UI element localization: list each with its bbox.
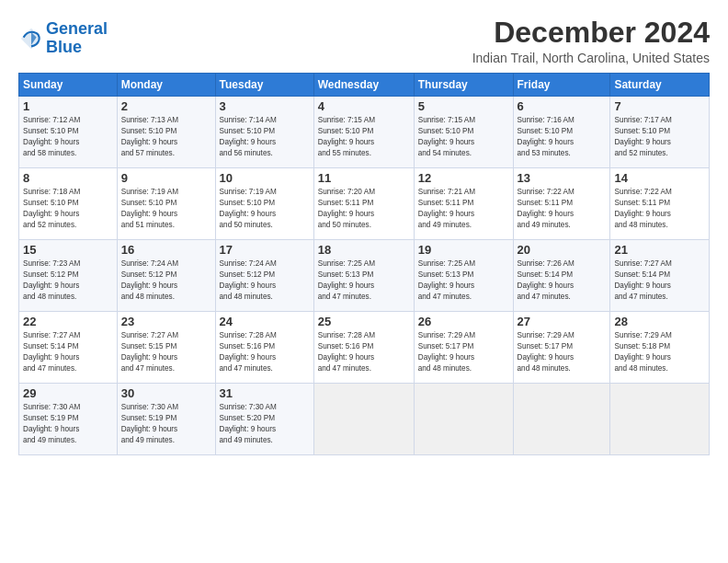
day-info: Sunrise: 7:29 AMSunset: 5:17 PMDaylight:… [518,330,607,374]
day-info: Sunrise: 7:15 AMSunset: 5:10 PMDaylight:… [318,115,410,159]
day-info: Sunrise: 7:19 AMSunset: 5:10 PMDaylight:… [220,187,310,231]
day-info: Sunrise: 7:30 AMSunset: 5:19 PMDaylight:… [121,402,211,446]
col-tuesday: Tuesday [215,74,313,97]
day-info: Sunrise: 7:30 AMSunset: 5:20 PMDaylight:… [220,402,310,446]
day-number: 18 [318,243,410,257]
day-cell [313,384,414,455]
day-info: Sunrise: 7:30 AMSunset: 5:19 PMDaylight:… [23,402,113,446]
day-cell: 12 Sunrise: 7:21 AMSunset: 5:11 PMDaylig… [414,168,513,240]
day-info: Sunrise: 7:18 AMSunset: 5:10 PMDaylight:… [23,187,113,231]
day-info: Sunrise: 7:22 AMSunset: 5:11 PMDaylight:… [614,187,705,231]
day-cell: 14 Sunrise: 7:22 AMSunset: 5:11 PMDaylig… [610,168,710,240]
day-info: Sunrise: 7:28 AMSunset: 5:16 PMDaylight:… [220,330,310,374]
day-info: Sunrise: 7:12 AMSunset: 5:10 PMDaylight:… [23,115,113,159]
logo-line2: Blue [46,39,108,57]
day-number: 11 [318,171,410,185]
week-row-2: 8 Sunrise: 7:18 AMSunset: 5:10 PMDayligh… [19,168,710,240]
header: General Blue December 2024 Indian Trail,… [18,17,710,65]
day-info: Sunrise: 7:26 AMSunset: 5:14 PMDaylight:… [518,259,607,303]
day-cell: 23 Sunrise: 7:27 AMSunset: 5:15 PMDaylig… [117,312,215,384]
col-sunday: Sunday [19,74,118,97]
day-cell: 29 Sunrise: 7:30 AMSunset: 5:19 PMDaylig… [19,384,118,455]
day-number: 25 [318,315,410,328]
col-friday: Friday [513,74,610,97]
day-cell: 2 Sunrise: 7:13 AMSunset: 5:10 PMDayligh… [117,97,215,168]
day-info: Sunrise: 7:13 AMSunset: 5:10 PMDaylight:… [121,115,211,159]
day-number: 31 [220,386,310,400]
day-number: 28 [614,315,705,328]
day-info: Sunrise: 7:20 AMSunset: 5:11 PMDaylight:… [318,187,410,231]
week-row-4: 22 Sunrise: 7:27 AMSunset: 5:14 PMDaylig… [19,312,710,384]
day-cell: 30 Sunrise: 7:30 AMSunset: 5:19 PMDaylig… [117,384,215,455]
day-number: 29 [23,386,113,400]
day-cell [414,384,513,455]
day-number: 14 [614,171,705,185]
day-info: Sunrise: 7:25 AMSunset: 5:13 PMDaylight:… [318,259,410,303]
day-number: 19 [418,243,509,257]
col-thursday: Thursday [414,74,513,97]
day-info: Sunrise: 7:17 AMSunset: 5:10 PMDaylight:… [614,115,705,159]
day-cell: 31 Sunrise: 7:30 AMSunset: 5:20 PMDaylig… [215,384,313,455]
day-number: 16 [121,243,211,257]
day-number: 6 [518,99,607,113]
day-cell: 20 Sunrise: 7:26 AMSunset: 5:14 PMDaylig… [513,240,610,312]
calendar-table: Sunday Monday Tuesday Wednesday Thursday… [18,73,710,455]
day-cell: 15 Sunrise: 7:23 AMSunset: 5:12 PMDaylig… [19,240,118,312]
day-info: Sunrise: 7:16 AMSunset: 5:10 PMDaylight:… [518,115,607,159]
week-row-5: 29 Sunrise: 7:30 AMSunset: 5:19 PMDaylig… [19,384,710,455]
day-info: Sunrise: 7:21 AMSunset: 5:11 PMDaylight:… [418,187,509,231]
day-cell: 11 Sunrise: 7:20 AMSunset: 5:11 PMDaylig… [313,168,414,240]
day-info: Sunrise: 7:19 AMSunset: 5:10 PMDaylight:… [121,187,211,231]
day-number: 23 [121,315,211,328]
month-title: December 2024 [472,17,710,49]
day-info: Sunrise: 7:14 AMSunset: 5:10 PMDaylight:… [220,115,310,159]
day-cell: 13 Sunrise: 7:22 AMSunset: 5:11 PMDaylig… [513,168,610,240]
day-cell: 25 Sunrise: 7:28 AMSunset: 5:16 PMDaylig… [313,312,414,384]
title-block: December 2024 Indian Trail, North Caroli… [472,17,710,65]
day-number: 8 [23,171,113,185]
day-number: 13 [518,171,607,185]
day-number: 30 [121,386,211,400]
day-cell: 7 Sunrise: 7:17 AMSunset: 5:10 PMDayligh… [610,97,710,168]
header-row: Sunday Monday Tuesday Wednesday Thursday… [19,74,710,97]
day-number: 15 [23,243,113,257]
day-cell: 26 Sunrise: 7:29 AMSunset: 5:17 PMDaylig… [414,312,513,384]
day-cell: 28 Sunrise: 7:29 AMSunset: 5:18 PMDaylig… [610,312,710,384]
day-cell: 8 Sunrise: 7:18 AMSunset: 5:10 PMDayligh… [19,168,118,240]
day-info: Sunrise: 7:23 AMSunset: 5:12 PMDaylight:… [23,259,113,303]
day-info: Sunrise: 7:29 AMSunset: 5:18 PMDaylight:… [614,330,705,374]
col-monday: Monday [117,74,215,97]
day-cell: 10 Sunrise: 7:19 AMSunset: 5:10 PMDaylig… [215,168,313,240]
day-number: 5 [418,99,509,113]
week-row-3: 15 Sunrise: 7:23 AMSunset: 5:12 PMDaylig… [19,240,710,312]
col-wednesday: Wednesday [313,74,414,97]
day-cell: 5 Sunrise: 7:15 AMSunset: 5:10 PMDayligh… [414,97,513,168]
col-saturday: Saturday [610,74,710,97]
day-number: 22 [23,315,113,328]
logo: General Blue [18,20,108,57]
day-info: Sunrise: 7:27 AMSunset: 5:14 PMDaylight:… [614,259,705,303]
day-cell: 22 Sunrise: 7:27 AMSunset: 5:14 PMDaylig… [19,312,118,384]
day-number: 26 [418,315,509,328]
day-number: 24 [220,315,310,328]
location: Indian Trail, North Carolina, United Sta… [472,51,710,65]
day-cell: 17 Sunrise: 7:24 AMSunset: 5:12 PMDaylig… [215,240,313,312]
logo-text: General Blue [46,20,108,57]
day-info: Sunrise: 7:27 AMSunset: 5:14 PMDaylight:… [23,330,113,374]
day-number: 4 [318,99,410,113]
day-number: 3 [220,99,310,113]
day-number: 20 [518,243,607,257]
day-cell: 24 Sunrise: 7:28 AMSunset: 5:16 PMDaylig… [215,312,313,384]
day-info: Sunrise: 7:22 AMSunset: 5:11 PMDaylight:… [518,187,607,231]
day-number: 9 [121,171,211,185]
day-cell: 1 Sunrise: 7:12 AMSunset: 5:10 PMDayligh… [19,97,118,168]
day-cell: 6 Sunrise: 7:16 AMSunset: 5:10 PMDayligh… [513,97,610,168]
day-number: 1 [23,99,113,113]
day-info: Sunrise: 7:24 AMSunset: 5:12 PMDaylight:… [220,259,310,303]
day-cell: 27 Sunrise: 7:29 AMSunset: 5:17 PMDaylig… [513,312,610,384]
day-cell: 9 Sunrise: 7:19 AMSunset: 5:10 PMDayligh… [117,168,215,240]
day-cell: 4 Sunrise: 7:15 AMSunset: 5:10 PMDayligh… [313,97,414,168]
day-info: Sunrise: 7:29 AMSunset: 5:17 PMDaylight:… [418,330,509,374]
week-row-1: 1 Sunrise: 7:12 AMSunset: 5:10 PMDayligh… [19,97,710,168]
day-cell: 3 Sunrise: 7:14 AMSunset: 5:10 PMDayligh… [215,97,313,168]
